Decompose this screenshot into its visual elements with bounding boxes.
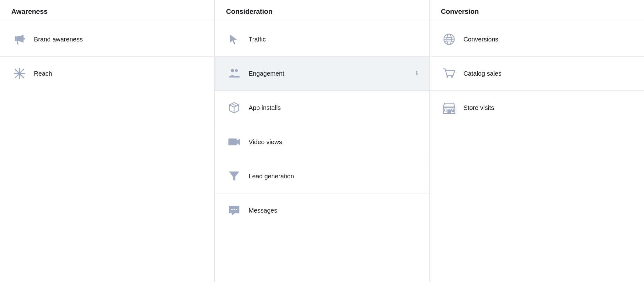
globe-icon bbox=[441, 31, 457, 47]
brand-awareness-label: Brand awareness bbox=[34, 36, 83, 43]
item-app-installs[interactable]: App installs bbox=[215, 91, 429, 125]
svg-rect-0 bbox=[15, 36, 17, 41]
svg-rect-9 bbox=[228, 138, 237, 145]
item-conversions[interactable]: Conversions bbox=[430, 22, 644, 57]
item-catalog-sales[interactable]: Catalog sales bbox=[430, 57, 644, 91]
awareness-header-text: Awareness bbox=[11, 8, 48, 15]
column-awareness: Awareness Brand awareness Reach bbox=[0, 0, 215, 282]
store-icon bbox=[441, 100, 457, 116]
item-brand-awareness[interactable]: Brand awareness bbox=[0, 22, 214, 57]
svg-point-23 bbox=[452, 110, 454, 112]
svg-point-7 bbox=[235, 69, 238, 72]
chat-icon bbox=[226, 202, 242, 219]
item-engagement[interactable]: Engagementℹ bbox=[215, 57, 429, 91]
item-video-views[interactable]: Video views bbox=[215, 125, 429, 159]
item-lead-generation[interactable]: Lead generation bbox=[215, 159, 429, 193]
svg-point-1 bbox=[23, 38, 25, 40]
asterisk-icon bbox=[11, 65, 28, 82]
awareness-header: Awareness bbox=[0, 0, 214, 22]
traffic-label: Traffic bbox=[249, 36, 266, 43]
catalog-sales-label: Catalog sales bbox=[464, 70, 502, 77]
people-icon bbox=[226, 65, 242, 82]
consideration-header-text: Consideration bbox=[226, 8, 272, 15]
svg-rect-20 bbox=[444, 109, 447, 111]
svg-point-10 bbox=[231, 209, 233, 210]
column-conversion: Conversion Conversions Catalog sales S bbox=[430, 0, 644, 282]
consideration-header: Consideration bbox=[215, 0, 429, 22]
lead-generation-label: Lead generation bbox=[249, 173, 294, 180]
cart-icon bbox=[441, 65, 457, 82]
box-icon bbox=[226, 100, 242, 116]
svg-point-12 bbox=[236, 209, 237, 210]
column-consideration: Consideration Traffic Engagementℹ App in… bbox=[215, 0, 429, 282]
funnel-icon bbox=[226, 168, 242, 184]
svg-rect-19 bbox=[447, 110, 451, 114]
engagement-label: Engagement bbox=[249, 70, 284, 77]
reach-label: Reach bbox=[34, 70, 52, 77]
item-store-visits[interactable]: Store visits bbox=[430, 91, 644, 125]
app-installs-label: App installs bbox=[249, 104, 281, 111]
conversion-header: Conversion bbox=[430, 0, 644, 22]
item-reach[interactable]: Reach bbox=[0, 57, 214, 90]
svg-point-11 bbox=[233, 209, 235, 210]
store-visits-label: Store visits bbox=[464, 104, 494, 111]
campaign-objective-selector: Awareness Brand awareness ReachConsidera… bbox=[0, 0, 644, 282]
video-views-label: Video views bbox=[249, 138, 282, 146]
svg-point-6 bbox=[231, 69, 234, 72]
svg-point-16 bbox=[446, 76, 448, 78]
item-traffic[interactable]: Traffic bbox=[215, 22, 429, 57]
conversion-header-text: Conversion bbox=[441, 8, 479, 15]
video-icon bbox=[226, 134, 242, 150]
svg-point-17 bbox=[451, 76, 453, 78]
cursor-icon bbox=[226, 31, 242, 47]
messages-label: Messages bbox=[249, 207, 277, 214]
conversions-label: Conversions bbox=[464, 36, 498, 43]
info-icon[interactable]: ℹ bbox=[416, 70, 418, 77]
item-messages[interactable]: Messages bbox=[215, 193, 429, 227]
megaphone-icon bbox=[11, 31, 28, 47]
